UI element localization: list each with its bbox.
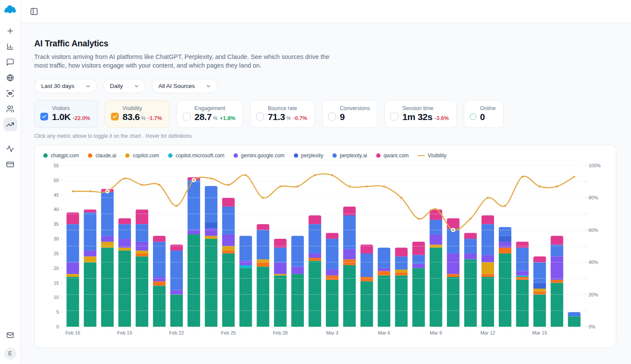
avatar[interactable]: E (4, 348, 16, 360)
svg-text:Mar 9: Mar 9 (430, 330, 442, 335)
metric-card-conversions[interactable]: Conversions9 (322, 100, 377, 128)
filter-dropdown-last-30-days[interactable]: Last 30 days (34, 79, 97, 93)
svg-text:20: 20 (54, 266, 59, 271)
metric-value-row: 1.0K-22.0% (52, 112, 90, 122)
legend-label: qwant.com (384, 153, 409, 159)
legend-label: Visibility (428, 153, 446, 159)
metric-suffix: % (286, 115, 291, 121)
sidebar-item-scan-eye[interactable] (3, 86, 17, 100)
sidebar-item-bar-chart[interactable] (3, 39, 17, 53)
legend-item-visibility-line[interactable]: Visibility (418, 153, 446, 159)
metric-label: Engagement (195, 105, 235, 111)
sidebar-item-message-square[interactable] (3, 55, 17, 69)
salesforce-cloud-logo[interactable] (3, 4, 17, 14)
bar-feb-26 (239, 236, 252, 327)
sidebar-item-activity[interactable] (3, 142, 17, 156)
bar-mar-13 (499, 227, 511, 327)
legend-item-chatgpt-com[interactable]: chatgpt.com (43, 153, 79, 159)
bar-mar-8 (412, 242, 425, 327)
sidebar-item-credit-card[interactable] (3, 157, 17, 171)
bar-feb-20 (136, 209, 148, 327)
sidebar-item-trending-up[interactable] (3, 117, 17, 131)
metric-card-online[interactable]: Online0 (464, 100, 504, 128)
metric-card-visitors[interactable]: Visitors1.0K-22.0% (34, 100, 98, 128)
metric-suffix: % (213, 115, 218, 121)
metric-body: Visibility83.6%-1.7% (123, 105, 162, 122)
plus-icon (6, 27, 14, 35)
bar-feb-22 (170, 245, 183, 327)
metric-card-engagement[interactable]: Engagement28.7%+1.8% (177, 100, 243, 128)
bar-mar-7 (395, 247, 408, 327)
credit-card-icon (6, 160, 14, 169)
metric-body: Session time1m 32s-3.6% (402, 105, 449, 122)
svg-text:40%: 40% (589, 260, 598, 265)
metric-checkbox-visibility[interactable] (111, 113, 119, 120)
legend-item-perplexity[interactable]: perplexity (294, 153, 323, 159)
chevron-down-icon (85, 83, 91, 89)
legend-item-claude-ai[interactable]: claude.ai (88, 153, 116, 159)
metric-label: Session time (402, 105, 449, 111)
sidebar-item-plus[interactable] (3, 24, 17, 38)
chevron-down-icon (133, 83, 140, 89)
bar-mar-9 (429, 209, 442, 327)
legend-label: chatgpt.com (51, 153, 79, 159)
svg-text:50: 50 (54, 178, 59, 183)
svg-text:55: 55 (54, 163, 59, 168)
cloud-icon (3, 4, 17, 14)
chart-legend: chatgpt.comclaude.aicopilot.comcopilot.m… (43, 153, 609, 159)
metric-checkbox-visitors[interactable] (40, 113, 48, 120)
metric-value-row: 9 (340, 112, 370, 122)
metric-card-visibility[interactable]: Visibility83.6%-1.7% (105, 100, 170, 128)
mail-icon (6, 331, 14, 339)
svg-text:35: 35 (54, 221, 59, 227)
sidebar-toggle-button[interactable] (28, 5, 40, 17)
metric-checkbox-session-time[interactable] (390, 113, 398, 120)
metric-checkbox-bounce-rate[interactable] (256, 113, 264, 120)
metric-value-row: 0 (480, 112, 496, 122)
metric-body: Visitors1.0K-22.0% (52, 105, 90, 122)
metric-value: 0 (480, 112, 485, 122)
bar-feb-16 (67, 212, 79, 327)
legend-dot (332, 153, 337, 158)
bar-feb-21 (153, 236, 166, 327)
traffic-chart[interactable]: 05101520253035404550550%20%40%60%80%100%… (42, 162, 609, 340)
mail-icon[interactable] (3, 328, 17, 342)
metric-card-session-time[interactable]: Session time1m 32s-3.6% (384, 100, 456, 128)
bar-feb-27 (257, 224, 269, 327)
metric-body: Online0 (480, 105, 496, 122)
legend-dot (234, 153, 238, 158)
metric-value-row: 1m 32s-3.6% (402, 112, 449, 122)
svg-text:0%: 0% (589, 324, 595, 329)
sidebar-item-users[interactable] (3, 102, 17, 116)
metric-checkbox-engagement[interactable] (183, 113, 191, 120)
metric-value-row: 28.7%+1.8% (195, 112, 235, 122)
check-icon (42, 114, 47, 119)
svg-text:Feb 16: Feb 16 (65, 330, 80, 335)
bar-mar-5 (361, 245, 373, 327)
legend-item-copilot-microsoft-com[interactable]: copilot.microsoft.com (168, 153, 224, 159)
bar-mar-12 (481, 215, 494, 327)
sidebar-item-globe[interactable] (3, 71, 17, 84)
metric-checkbox-conversions[interactable] (328, 113, 336, 120)
legend-item-qwant-com[interactable]: qwant.com (376, 153, 409, 159)
metric-card-bounce-rate[interactable]: Bounce rate71.3%-0.7% (250, 100, 315, 128)
svg-text:0: 0 (56, 324, 59, 329)
svg-text:Mar 3: Mar 3 (326, 330, 338, 335)
legend-item-gemini-google-com[interactable]: gemini.google.com (234, 153, 285, 159)
legend-item-copilot-com[interactable]: copilot.com (125, 153, 159, 159)
svg-text:15: 15 (54, 280, 59, 286)
bar-mar-17 (568, 312, 581, 327)
filter-dropdown-all-ai-sources[interactable]: All AI Sources (152, 79, 218, 93)
legend-dot (125, 153, 130, 158)
chart-hint-text: Click any metric above to toggle it on t… (34, 133, 616, 139)
chevron-down-icon (205, 83, 211, 89)
legend-label: gemini.google.com (241, 153, 285, 159)
svg-text:Mar 12: Mar 12 (480, 330, 495, 335)
legend-item-perplexity-ai[interactable]: perplexity.ai (332, 153, 367, 159)
bar-mar-15 (533, 257, 546, 327)
main-area: AI Traffic Analytics Track visitors arri… (21, 23, 631, 364)
svg-text:100%: 100% (589, 163, 601, 168)
online-status-dot (470, 114, 476, 120)
metric-delta: -3.6% (435, 115, 449, 121)
filter-dropdown-daily[interactable]: Daily (103, 79, 146, 93)
